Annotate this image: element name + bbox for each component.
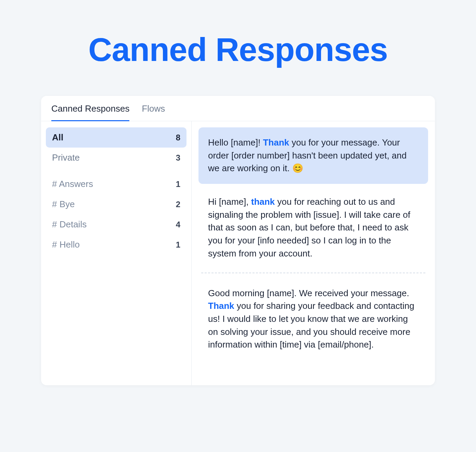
sidebar-item-count: 2 <box>176 200 180 209</box>
sidebar-item-bye[interactable]: # Bye2 <box>46 194 186 214</box>
response-highlight: Thank <box>263 137 289 148</box>
response-text: you for sharing your feedback and contac… <box>208 301 414 350</box>
response-item[interactable]: Good morning [name]. We received your me… <box>198 278 428 360</box>
app-frame: Canned Responses Canned ResponsesFlows A… <box>10 10 466 442</box>
sidebar-item-answers[interactable]: # Answers1 <box>46 174 186 194</box>
page-title: Canned Responses <box>41 31 435 68</box>
sidebar: All8Private3# Answers1# Bye2# Details4# … <box>41 121 192 385</box>
sidebar-group: All8Private3 <box>46 127 186 168</box>
sidebar-item-label: # Answers <box>52 179 93 189</box>
tab-flows[interactable]: Flows <box>142 103 165 121</box>
sidebar-item-hello[interactable]: # Hello1 <box>46 235 186 255</box>
response-highlight: thank <box>251 197 275 207</box>
sidebar-item-label: All <box>52 132 63 143</box>
sidebar-item-count: 4 <box>176 220 180 229</box>
sidebar-item-label: # Bye <box>52 199 75 210</box>
sidebar-item-label: # Hello <box>52 239 80 250</box>
response-text: Hi [name], <box>208 197 251 207</box>
sidebar-item-count: 8 <box>176 133 180 142</box>
card-body: All8Private3# Answers1# Bye2# Details4# … <box>41 121 435 385</box>
tabs-bar: Canned ResponsesFlows <box>41 96 435 121</box>
response-item[interactable]: Hello [name]! Thank you for your message… <box>198 127 428 184</box>
responses-panel: Hello [name]! Thank you for your message… <box>192 121 435 385</box>
sidebar-item-count: 1 <box>176 179 180 189</box>
sidebar-item-label: Private <box>52 152 80 163</box>
sidebar-item-all[interactable]: All8 <box>46 127 186 148</box>
canned-responses-card: Canned ResponsesFlows All8Private3# Answ… <box>41 96 435 385</box>
sidebar-item-count: 1 <box>176 240 180 250</box>
sidebar-item-count: 3 <box>176 153 180 163</box>
response-text: Good morning [name]. We received your me… <box>208 288 409 298</box>
sidebar-item-details[interactable]: # Details4 <box>46 214 186 235</box>
tab-canned-responses[interactable]: Canned Responses <box>51 103 129 121</box>
response-highlight: Thank <box>208 301 234 311</box>
response-item[interactable]: Hi [name], thank you for reaching out to… <box>198 187 428 269</box>
response-text: Hello [name]! <box>208 137 263 148</box>
sidebar-group: # Answers1# Bye2# Details4# Hello1 <box>46 174 186 255</box>
sidebar-item-label: # Details <box>52 219 87 230</box>
response-divider <box>201 273 425 273</box>
sidebar-item-private[interactable]: Private3 <box>46 148 186 168</box>
